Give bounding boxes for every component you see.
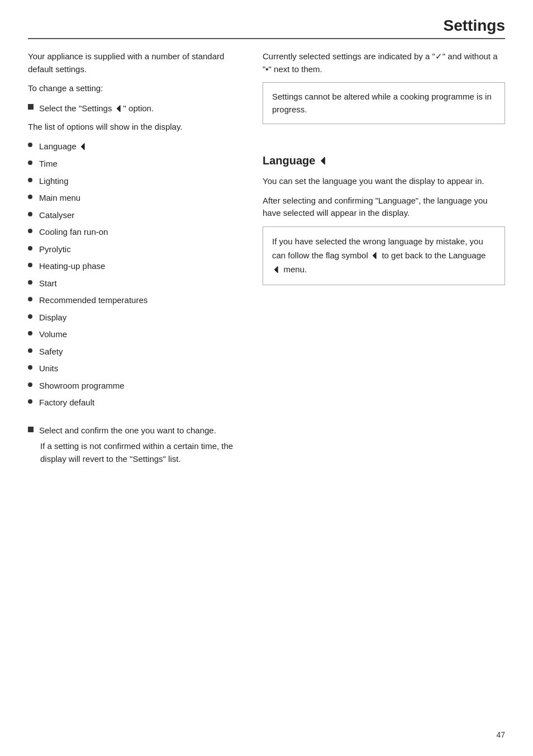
list-item: Volume bbox=[28, 328, 240, 341]
list-item-label: Catalyser bbox=[39, 209, 74, 222]
settings-options-list: Language ⏴ Time Lighting Main menu Catal… bbox=[28, 140, 240, 409]
round-bullet-icon bbox=[28, 297, 32, 301]
round-bullet-icon bbox=[28, 143, 32, 147]
two-column-layout: Your appliance is supplied with a number… bbox=[28, 50, 505, 472]
list-item: Recommended temperatures bbox=[28, 294, 240, 307]
indent-note-text: If a setting is not confirmed within a c… bbox=[40, 440, 240, 465]
list-item-label: Time bbox=[39, 158, 58, 171]
list-item-label: Start bbox=[39, 277, 57, 290]
list-item-label: Main menu bbox=[39, 192, 80, 205]
round-bullet-icon bbox=[28, 382, 32, 387]
list-item-label: Safety bbox=[39, 346, 63, 358]
info-box-2-flag-icon: ⏴ bbox=[370, 251, 382, 260]
intro-paragraph-2: To change a setting: bbox=[28, 82, 240, 95]
info-box-2-line2: to get back to the Language bbox=[382, 251, 486, 260]
info-box-2: If you have selected the wrong language … bbox=[263, 226, 505, 285]
list-item: Display bbox=[28, 311, 240, 324]
list-item-label: Volume bbox=[39, 328, 67, 341]
round-bullet-icon bbox=[28, 263, 32, 267]
round-bullet-icon bbox=[28, 229, 32, 233]
list-item: Lighting bbox=[28, 175, 240, 188]
left-column: Your appliance is supplied with a number… bbox=[28, 50, 240, 472]
list-item: Start bbox=[28, 277, 240, 290]
language-heading-text: Language bbox=[263, 154, 315, 167]
list-item-label: Heating-up phase bbox=[39, 260, 105, 273]
language-paragraph-2: After selecting and confirming "Language… bbox=[263, 195, 505, 220]
list-item: Units bbox=[28, 362, 240, 375]
page-number: 47 bbox=[496, 730, 505, 739]
list-item: Catalyser bbox=[28, 209, 240, 222]
list-item-label: Cooling fan run-on bbox=[39, 226, 108, 239]
info-box-2-text: If you have selected the wrong language … bbox=[272, 235, 496, 277]
list-item-label: Display bbox=[39, 311, 66, 324]
list-item: Pyrolytic bbox=[28, 243, 240, 256]
list-item: Factory default bbox=[28, 396, 240, 409]
round-bullet-icon bbox=[28, 280, 32, 285]
list-item: Main menu bbox=[28, 192, 240, 205]
language-section-heading: Language ⏴ bbox=[263, 154, 505, 167]
round-bullet-icon bbox=[28, 399, 32, 404]
select-settings-item: Select the "Settings ⏴" option. bbox=[28, 102, 240, 115]
list-item-label: Showroom programme bbox=[39, 380, 125, 393]
list-item-label: Lighting bbox=[39, 175, 69, 188]
intro-paragraph-1: Your appliance is supplied with a number… bbox=[28, 50, 240, 75]
info-box-2-line3: menu. bbox=[283, 264, 307, 274]
list-item: Safety bbox=[28, 346, 240, 358]
round-bullet-icon bbox=[28, 195, 32, 199]
select-settings-text: Select the "Settings ⏴" option. bbox=[39, 102, 154, 115]
list-item: Language ⏴ bbox=[28, 140, 240, 153]
list-item-label: Units bbox=[39, 362, 58, 375]
language-paragraph-1: You can set the language you want the di… bbox=[263, 175, 505, 188]
round-bullet-icon bbox=[28, 178, 32, 182]
list-item-label: Language ⏴ bbox=[39, 140, 88, 153]
list-item: Showroom programme bbox=[28, 380, 240, 393]
list-item-label: Recommended temperatures bbox=[39, 294, 147, 307]
select-confirm-text: Select and confirm the one you want to c… bbox=[39, 424, 216, 437]
list-item: Time bbox=[28, 158, 240, 171]
list-item: Cooling fan run-on bbox=[28, 226, 240, 239]
round-bullet-icon bbox=[28, 314, 32, 319]
select-confirm-item: Select and confirm the one you want to c… bbox=[28, 424, 240, 437]
list-item-label: Factory default bbox=[39, 396, 94, 409]
square-bullet-2-icon bbox=[28, 427, 34, 432]
info-box-2-flag2-icon: ⏴ bbox=[272, 264, 283, 274]
round-bullet-icon bbox=[28, 246, 32, 251]
language-flag-icon: ⏴ bbox=[318, 155, 329, 167]
right-column: Currently selected settings are indicate… bbox=[263, 50, 505, 472]
intro-paragraph-3: The list of options will show in the dis… bbox=[28, 121, 240, 134]
square-bullet-icon bbox=[28, 104, 34, 110]
page-title: Settings bbox=[28, 17, 505, 39]
info-box-1: Settings cannot be altered while a cooki… bbox=[263, 82, 505, 124]
round-bullet-icon bbox=[28, 365, 32, 370]
page-container: Settings Your appliance is supplied with… bbox=[0, 0, 533, 756]
round-bullet-icon bbox=[28, 212, 32, 216]
right-paragraph-1: Currently selected settings are indicate… bbox=[263, 50, 505, 75]
info-box-1-text: Settings cannot be altered while a cooki… bbox=[272, 91, 496, 116]
round-bullet-icon bbox=[28, 331, 32, 336]
list-item: Heating-up phase bbox=[28, 260, 240, 273]
indent-note: If a setting is not confirmed within a c… bbox=[28, 440, 240, 465]
round-bullet-icon bbox=[28, 160, 32, 165]
round-bullet-icon bbox=[28, 348, 32, 353]
list-item-label: Pyrolytic bbox=[39, 243, 71, 256]
